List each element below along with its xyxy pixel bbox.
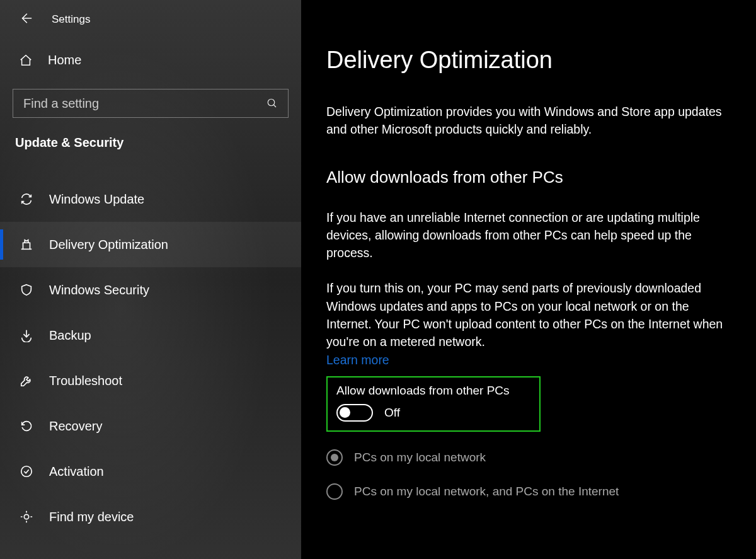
section-heading: Allow downloads from other PCs bbox=[326, 168, 738, 187]
shield-icon bbox=[19, 283, 34, 297]
toggle-row: Off bbox=[336, 404, 530, 422]
radio-group: PCs on my local networkPCs on my local n… bbox=[326, 449, 738, 500]
toggle-knob bbox=[340, 407, 350, 418]
svg-point-1 bbox=[21, 466, 32, 477]
body-paragraph-1: If you have an unreliable Internet conne… bbox=[326, 209, 736, 262]
sync-icon bbox=[19, 192, 34, 206]
back-button[interactable] bbox=[19, 11, 33, 28]
window-title: Settings bbox=[52, 13, 90, 26]
check-icon bbox=[19, 464, 34, 478]
wrench-icon bbox=[19, 374, 34, 388]
radio-label: PCs on my local network, and PCs on the … bbox=[354, 485, 619, 498]
sidebar-item-troubleshoot[interactable]: Troubleshoot bbox=[0, 358, 301, 403]
backup-icon bbox=[19, 328, 34, 342]
search-icon bbox=[266, 98, 278, 109]
learn-more-link[interactable]: Learn more bbox=[326, 353, 389, 367]
home-icon bbox=[19, 54, 33, 67]
allow-downloads-toggle[interactable] bbox=[336, 404, 373, 422]
home-button[interactable]: Home bbox=[0, 47, 301, 74]
toggle-highlight-box: Allow downloads from other PCs Off bbox=[326, 376, 541, 432]
sidebar-item-label: Windows Update bbox=[49, 192, 144, 207]
sidebar-item-windows-security[interactable]: Windows Security bbox=[0, 267, 301, 313]
radio-button[interactable] bbox=[326, 449, 343, 466]
search-box[interactable] bbox=[13, 89, 289, 118]
arrow-left-icon bbox=[19, 11, 33, 25]
toggle-state: Off bbox=[384, 406, 400, 420]
sidebar-item-activation[interactable]: Activation bbox=[0, 449, 301, 494]
recovery-icon bbox=[19, 419, 34, 433]
page-title: Delivery Optimization bbox=[326, 47, 738, 74]
svg-point-0 bbox=[268, 99, 275, 106]
titlebar: Settings bbox=[0, 6, 301, 47]
sidebar: Settings Home Update & Security Windows … bbox=[0, 0, 301, 559]
sidebar-item-windows-update[interactable]: Windows Update bbox=[0, 176, 301, 222]
radio-button[interactable] bbox=[326, 483, 343, 500]
locate-icon bbox=[19, 510, 34, 524]
nav-list: Windows UpdateDelivery OptimizationWindo… bbox=[0, 176, 301, 539]
sidebar-item-recovery[interactable]: Recovery bbox=[0, 403, 301, 449]
delivery-icon bbox=[19, 238, 34, 251]
search-input[interactable] bbox=[23, 96, 253, 111]
sidebar-item-backup[interactable]: Backup bbox=[0, 313, 301, 358]
sidebar-item-label: Troubleshoot bbox=[49, 374, 122, 388]
sidebar-item-label: Delivery Optimization bbox=[49, 238, 168, 252]
home-label: Home bbox=[48, 53, 81, 67]
group-header: Update & Security bbox=[0, 135, 301, 161]
radio-option[interactable]: PCs on my local network bbox=[326, 449, 738, 466]
intro-text: Delivery Optimization provides you with … bbox=[326, 103, 736, 139]
sidebar-item-label: Backup bbox=[49, 328, 91, 343]
sidebar-item-label: Recovery bbox=[49, 419, 102, 434]
sidebar-item-label: Find my device bbox=[49, 510, 134, 524]
sidebar-item-delivery-optimization[interactable]: Delivery Optimization bbox=[0, 222, 301, 267]
svg-point-2 bbox=[24, 514, 28, 519]
sidebar-item-find-my-device[interactable]: Find my device bbox=[0, 494, 301, 539]
body-paragraph-2: If you turn this on, your PC may send pa… bbox=[326, 279, 736, 350]
toggle-label: Allow downloads from other PCs bbox=[336, 384, 530, 398]
sidebar-item-label: Activation bbox=[49, 464, 104, 479]
sidebar-item-label: Windows Security bbox=[49, 283, 149, 297]
radio-option[interactable]: PCs on my local network, and PCs on the … bbox=[326, 483, 738, 500]
radio-label: PCs on my local network bbox=[354, 451, 486, 464]
main-content: Delivery Optimization Delivery Optimizat… bbox=[301, 0, 756, 559]
